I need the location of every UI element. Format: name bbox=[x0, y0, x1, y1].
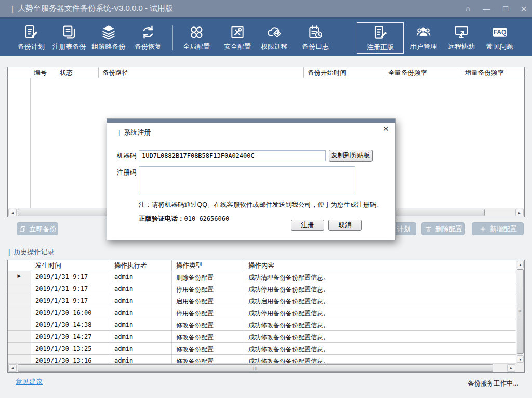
main-toolbar: 备份计划 注册表备份 组策略备份 备份恢复 全局配置 bbox=[0, 19, 532, 56]
toolbar-item-faq[interactable]: FAQ 常见问题 bbox=[479, 24, 521, 51]
row-selector[interactable] bbox=[8, 295, 31, 307]
history-horizontal-scrollbar[interactable]: ◄ ||| ► bbox=[8, 363, 516, 372]
backup-plan-icon bbox=[22, 24, 41, 41]
register-code-label: 注册码 bbox=[117, 168, 137, 177]
table-row[interactable]: 2019/1/30 14:27 admin 修改备份配置 成功修改备份备份配置信… bbox=[8, 331, 516, 343]
close-icon[interactable]: × bbox=[521, 4, 527, 14]
table-row[interactable]: ▶ 2019/1/31 9:17 admin 删除备份配置 成功清理备份备份配置… bbox=[8, 271, 516, 283]
register-code-field[interactable] bbox=[139, 166, 355, 195]
table-row[interactable]: 2019/1/30 13:16 admin 修改备份配置 成功修改备份备份配置信… bbox=[8, 355, 516, 363]
copy-to-clipboard-button[interactable]: 复制到剪贴板 bbox=[329, 150, 373, 162]
row-selector[interactable] bbox=[8, 343, 31, 354]
cell-content: 成功修改备份备份配置信息。 bbox=[244, 331, 516, 342]
cell-type: 修改备份配置 bbox=[172, 331, 244, 342]
register-button[interactable]: 注册 bbox=[291, 220, 324, 231]
header-selector[interactable] bbox=[8, 260, 31, 271]
table-row[interactable]: 2019/1/30 14:38 admin 修改备份配置 成功修改备份备份配置信… bbox=[8, 319, 516, 331]
scroll-thumb[interactable]: ||| bbox=[18, 364, 493, 372]
toolbar-item-remote-assist[interactable]: 远程协助 bbox=[441, 24, 482, 51]
group-policy-backup-icon bbox=[99, 24, 118, 41]
row-selector[interactable] bbox=[8, 283, 31, 295]
maximize-icon[interactable]: □ bbox=[503, 4, 508, 13]
toolbar-item-global-config[interactable]: 全局配置 bbox=[176, 24, 217, 51]
machine-code-field[interactable] bbox=[139, 150, 326, 161]
header-start-time[interactable]: 备份开始时间 bbox=[304, 67, 384, 78]
cell-content: 成功清理备份备份配置信息。 bbox=[244, 271, 516, 283]
toolbar-item-backup-plan[interactable]: 备份计划 bbox=[10, 24, 52, 51]
header-content[interactable]: 操作内容 bbox=[244, 260, 516, 271]
title-bar: | 大势至服务器文件备份系统-V3.0.0.0 - 试用版 ⌂ — □ × bbox=[0, 0, 532, 17]
cell-content: 成功停用备份备份配置信息。 bbox=[244, 307, 516, 319]
toolbar-item-register-genuine[interactable]: 注册正版 bbox=[357, 22, 404, 54]
table-row[interactable]: 2019/1/30 16:00 admin 停用备份配置 成功停用备份备份配置信… bbox=[8, 307, 516, 319]
header-operator[interactable]: 操作执行者 bbox=[110, 260, 172, 271]
remote-assist-icon bbox=[452, 24, 471, 41]
header-status[interactable]: 状态 bbox=[56, 67, 99, 78]
cell-time: 2019/1/30 14:27 bbox=[31, 331, 110, 342]
row-selector[interactable] bbox=[8, 355, 31, 363]
scroll-thumb[interactable]: ≡ bbox=[517, 269, 524, 354]
table-row[interactable]: 2019/1/31 9:17 admin 启用备份配置 成功启用备份备份配置信息… bbox=[8, 295, 516, 307]
cell-time: 2019/1/30 13:25 bbox=[31, 343, 110, 354]
row-selector[interactable]: ▶ bbox=[8, 271, 31, 283]
history-section-title: |历史操作记录 bbox=[8, 247, 54, 257]
cell-operator: admin bbox=[110, 307, 172, 319]
header-full-frequency[interactable]: 全量备份频率 bbox=[384, 67, 461, 78]
cell-content: 成功修改备份备份配置信息。 bbox=[244, 319, 516, 330]
dialog-note: 注：请将机器码通过QQ、在线客服软件或邮件发送到我公司，便于为您生成注册码。 bbox=[139, 201, 388, 209]
minimize-icon[interactable]: — bbox=[483, 5, 490, 12]
cell-time: 2019/1/31 9:17 bbox=[31, 295, 110, 307]
cell-type: 修改备份配置 bbox=[172, 319, 244, 330]
scroll-left-arrow[interactable]: ◄ bbox=[8, 209, 17, 216]
table-row[interactable]: 2019/1/30 13:25 admin 修改备份配置 成功修改备份备份配置信… bbox=[8, 343, 516, 355]
dialog-close-icon[interactable]: × bbox=[383, 124, 389, 134]
backup-now-button[interactable]: 立即备份 bbox=[17, 222, 58, 235]
header-backup-path[interactable]: 备份路径 bbox=[99, 67, 304, 78]
dialog-top-strip bbox=[107, 119, 395, 123]
scroll-down-arrow[interactable]: ▼ bbox=[517, 355, 524, 363]
row-selector[interactable] bbox=[8, 307, 31, 319]
scroll-right-arrow[interactable]: ► bbox=[515, 209, 524, 216]
toolbar-item-user-management[interactable]: 用户管理 bbox=[403, 24, 444, 51]
feedback-link[interactable]: 意见建议 bbox=[16, 377, 43, 387]
toolbar-separator bbox=[172, 25, 173, 50]
toolbar-item-group-policy-backup[interactable]: 组策略备份 bbox=[88, 24, 129, 51]
cell-operator: admin bbox=[110, 355, 172, 363]
cancel-button[interactable]: 取消 bbox=[328, 220, 362, 231]
history-vertical-scrollbar[interactable]: ▲ ≡ ▼ bbox=[516, 260, 524, 363]
toolbar-item-backup-restore[interactable]: 备份恢复 bbox=[127, 24, 169, 51]
global-config-icon bbox=[187, 24, 206, 41]
scroll-right-arrow[interactable]: ► bbox=[507, 364, 515, 372]
scroll-left-arrow[interactable]: ◄ bbox=[8, 364, 17, 372]
cell-time: 2019/1/31 9:17 bbox=[31, 283, 110, 295]
backup-restore-icon bbox=[139, 24, 157, 41]
header-number[interactable]: 编号 bbox=[30, 67, 56, 78]
backup-log-icon bbox=[306, 24, 325, 41]
toolbar-item-permission-migrate[interactable]: 权限迁移 bbox=[254, 24, 295, 51]
cell-content: 成功停用备份备份配置信息。 bbox=[244, 283, 516, 295]
table-row[interactable]: 2019/1/31 9:17 admin 停用备份配置 成功停用备份备份配置信息… bbox=[8, 283, 516, 295]
history-table-header: 发生时间 操作执行者 操作类型 操作内容 bbox=[8, 260, 516, 271]
cell-operator: admin bbox=[110, 295, 172, 307]
row-selector[interactable] bbox=[8, 319, 31, 330]
header-incremental-frequency[interactable]: 增量备份频率 bbox=[461, 67, 524, 78]
home-icon[interactable]: ⌂ bbox=[466, 5, 470, 12]
add-config-button[interactable]: 新增配置 bbox=[472, 222, 524, 235]
toolbar-item-security-config[interactable]: 安全配置 bbox=[217, 24, 258, 51]
cell-time: 2019/1/31 9:17 bbox=[31, 271, 110, 283]
scroll-up-arrow[interactable]: ▲ bbox=[517, 261, 524, 268]
system-register-dialog: |系统注册 × 机器码 复制到剪贴板 注册码 注：请将机器码通过QQ、在线客服软… bbox=[107, 118, 396, 240]
row-selector[interactable] bbox=[8, 331, 31, 342]
dialog-phone: 正版验证电话：010-62656060 bbox=[139, 215, 229, 223]
backup-service-status: 备份服务工作中... bbox=[468, 379, 518, 388]
svg-text:FAQ: FAQ bbox=[494, 29, 507, 36]
delete-config-button[interactable]: 删除配置 bbox=[421, 222, 465, 235]
header-selector[interactable] bbox=[8, 67, 30, 78]
plus-icon bbox=[479, 225, 487, 233]
cell-operator: admin bbox=[110, 319, 172, 330]
header-type[interactable]: 操作类型 bbox=[172, 260, 244, 271]
header-time[interactable]: 发生时间 bbox=[31, 260, 110, 271]
toolbar-item-backup-log[interactable]: 备份日志 bbox=[295, 24, 336, 51]
toolbar-item-registry-backup[interactable]: 注册表备份 bbox=[48, 24, 90, 51]
cell-type: 停用备份配置 bbox=[172, 283, 244, 295]
